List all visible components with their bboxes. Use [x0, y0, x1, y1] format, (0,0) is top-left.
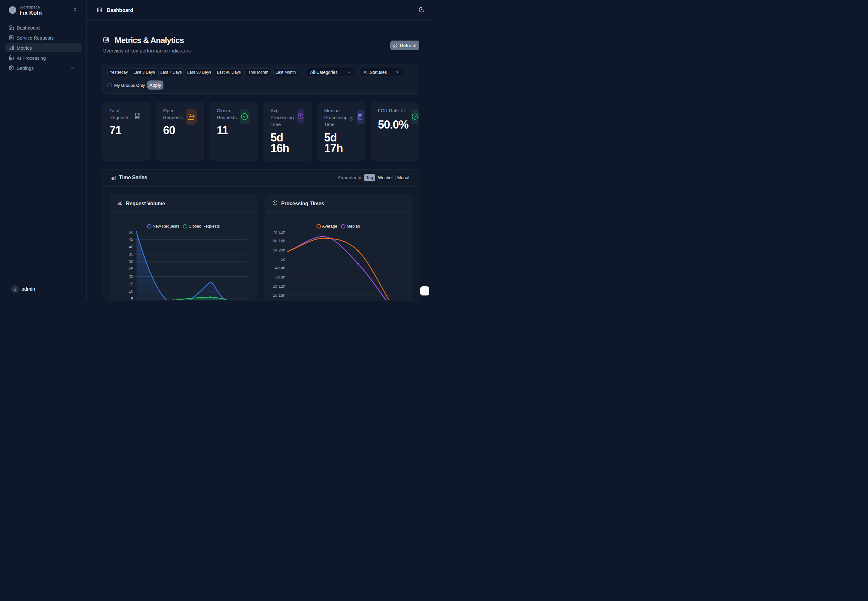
svg-text:2d 12h: 2d 12h: [273, 284, 285, 288]
svg-text:50: 50: [129, 230, 133, 235]
svg-text:5: 5: [131, 296, 133, 300]
svg-text:3d 8h: 3d 8h: [275, 275, 285, 279]
svg-text:25: 25: [129, 267, 133, 271]
svg-text:7d 12h: 7d 12h: [273, 230, 285, 235]
svg-text:30: 30: [129, 259, 133, 264]
svg-text:10: 10: [129, 289, 133, 294]
svg-text:6d 16h: 6d 16h: [273, 239, 285, 243]
svg-text:4d 4h: 4d 4h: [275, 265, 285, 270]
svg-text:40: 40: [129, 244, 133, 249]
svg-text:1d 16h: 1d 16h: [273, 293, 285, 297]
svg-text:45: 45: [129, 237, 133, 242]
svg-text:5d 20h: 5d 20h: [273, 248, 285, 252]
svg-text:20: 20: [129, 274, 133, 279]
svg-text:35: 35: [129, 252, 133, 256]
svg-text:15: 15: [129, 282, 133, 286]
svg-text:5d: 5d: [281, 257, 285, 261]
